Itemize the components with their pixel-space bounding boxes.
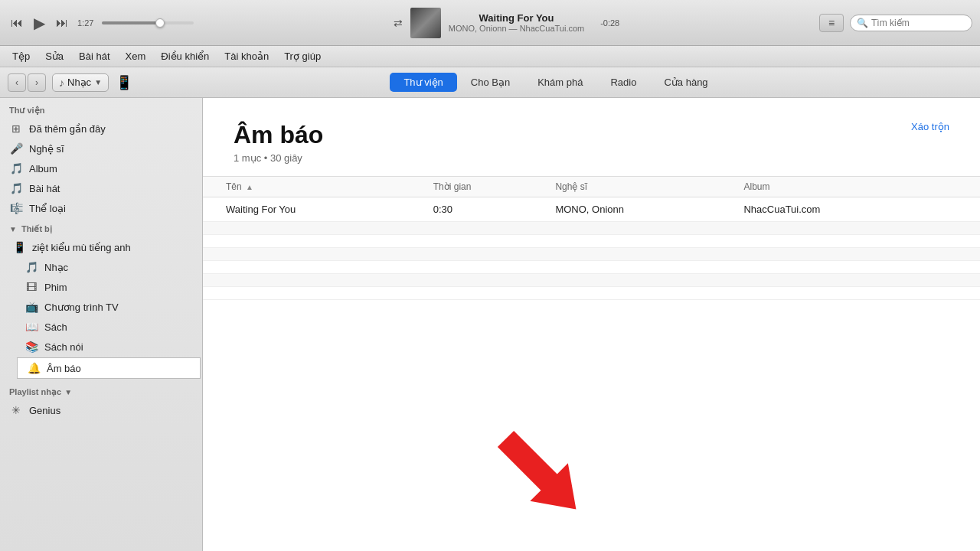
grid-icon: ⊞ [9,122,23,135]
list-view-button[interactable]: ≡ [819,14,844,32]
tab-radio[interactable]: Radio [596,73,650,92]
tab-khamPha[interactable]: Khám phá [524,73,596,92]
note-icon: 🎵 [9,182,23,194]
sort-icon: ▲ [246,183,253,191]
chevron-down-icon: ▼ [94,78,102,86]
sidebar-item-device-tones[interactable]: 🔔 Âm báo [17,357,201,379]
playlist-expand-icon: ▼ [64,388,72,396]
genre-icon: 🎼 [9,202,23,214]
sidebar-item-genius[interactable]: ✳ Genius [0,400,202,420]
device-button[interactable]: 📱 [115,73,133,92]
menu-baihat[interactable]: Bài hát [73,49,116,64]
sidebar: Thư viện ⊞ Đã thêm gần đây 🎤 Nghệ sĩ 🎵 A… [0,98,203,551]
mic-icon: 🎤 [9,142,23,155]
table-row[interactable]: Waiting For You 0:30 MONO, Onionn NhacCu… [203,197,980,222]
search-box[interactable]: 🔍 [850,15,972,31]
sidebar-item-songs[interactable]: 🎵 Bài hát [0,178,202,198]
track-extra [940,197,980,222]
progress-track[interactable] [102,21,194,24]
sidebar-item-label: Thể loại [29,203,66,214]
playlist-info: Âm báo 1 mục • 30 giây [234,121,323,164]
col-header-album: Album [734,177,940,197]
sidebar-item-device-audiobooks[interactable]: 📚 Sách nói [15,337,202,357]
table-header-row: Tên ▲ Thời gian Nghệ sĩ Album [203,177,980,197]
film-icon: 🎞 [24,281,38,293]
device-expand-icon: ▼ [9,225,17,233]
table-row-empty [203,261,980,274]
playlist-section-header[interactable]: Playlist nhạc ▼ [0,380,202,400]
tab-choBan[interactable]: Cho Bạn [457,73,524,92]
content-header: Âm báo 1 mục • 30 giây Xáo trộn [203,98,980,176]
music-selector-label: Nhạc [67,77,91,88]
nav-arrows: ‹ › [8,73,46,92]
sidebar-item-label: Sách nói [44,341,83,353]
transport-controls: ⏮ ▶ ⏭ [8,11,71,35]
menu-dieukhien[interactable]: Điều khiển [155,49,215,64]
device-section-header: ▼ Thiết bị [0,218,202,237]
menu-tep[interactable]: Tệp [6,49,36,64]
main-layout: Thư viện ⊞ Đã thêm gần đây 🎤 Nghệ sĩ 🎵 A… [0,98,980,551]
tab-thuVien[interactable]: Thư viện [390,73,456,92]
menu-sua[interactable]: Sửa [39,49,70,64]
col-header-name: Tên ▲ [203,177,424,197]
arrow-annotation [486,416,601,538]
sidebar-item-device-books[interactable]: 📖 Sách [15,317,202,337]
track-duration: 0:30 [424,197,547,222]
sidebar-item-label: Bài hát [29,183,60,194]
sidebar-item-label: Album [29,163,57,174]
device-section-label: Thiết bị [21,224,52,234]
device-name-label: ziệt kiểu mù tiếng anh [32,242,131,253]
rewind-button[interactable]: ⏮ [8,13,26,33]
album-icon: 🎵 [9,162,23,174]
menu-xem[interactable]: Xem [119,49,152,64]
playlist-meta: 1 mục • 30 giây [234,152,323,164]
col-header-artist: Nghệ sĩ [546,177,734,197]
sidebar-device-root[interactable]: 📱 ziệt kiểu mù tiếng anh [0,237,202,257]
track-artist: MONO, Onionn [546,197,734,222]
sidebar-item-label: Phim [44,282,67,293]
sidebar-item-recently-added[interactable]: ⊞ Đã thêm gần đây [0,119,202,139]
menu-taikhoan[interactable]: Tài khoản [218,49,275,64]
tab-cuaHang[interactable]: Cửa hàng [650,73,721,92]
table-row-empty [203,235,980,248]
menu-bar: Tệp Sửa Bài hát Xem Điều khiển Tài khoản… [0,46,980,67]
sidebar-item-albums[interactable]: 🎵 Album [0,158,202,178]
col-header-duration: Thời gian [424,177,547,197]
sidebar-item-genres[interactable]: 🎼 Thể loại [0,198,202,218]
nav-back-button[interactable]: ‹ [8,73,26,92]
book-icon: 📖 [24,321,38,333]
sidebar-item-label: Sách [44,321,67,333]
music-note-icon: ♪ [59,77,64,89]
progress-thumb[interactable] [155,18,165,28]
fast-forward-button[interactable]: ⏭ [53,13,71,33]
sidebar-item-artists[interactable]: 🎤 Nghệ sĩ [0,139,202,158]
col-header-extra [940,177,980,197]
music-selector[interactable]: ♪ Nhạc ▼ [52,73,109,92]
nav-forward-button[interactable]: › [28,73,46,92]
sidebar-item-device-movies[interactable]: 🎞 Phim [15,277,202,297]
sidebar-item-label: Nhạc [44,262,68,273]
sidebar-item-device-tv[interactable]: 📺 Chương trình TV [15,297,202,317]
nav-tabs: Thư viện Cho Bạn Khám phá Radio Cửa hàng [139,73,972,92]
track-table: Tên ▲ Thời gian Nghệ sĩ Album Waiting Fo… [203,176,980,300]
phone-icon: 📱 [12,241,26,253]
table-row-empty [203,287,980,300]
search-input[interactable] [871,18,963,28]
table-row-empty [203,222,980,235]
playlist-header-label: Playlist nhạc [9,387,61,397]
search-icon: 🔍 [857,18,868,28]
shuffle-button[interactable]: ⇄ [394,17,403,29]
title-bar: ⏮ ▶ ⏭ 1:27 ⇄ Waiting For You MONO, Onion… [0,0,980,46]
shuffle-link[interactable]: Xáo trộn [911,121,949,132]
table-row-empty [203,274,980,287]
now-playing: ⇄ Waiting For You MONO, Onionn — NhacCua… [200,8,813,38]
track-name: Waiting For You [203,197,424,222]
right-controls: ≡ 🔍 [819,14,972,32]
bell-icon: 🔔 [27,362,41,374]
play-button[interactable]: ▶ [31,11,48,35]
sidebar-item-device-music[interactable]: 🎵 Nhạc [15,257,202,277]
content-area: Âm báo 1 mục • 30 giây Xáo trộn Tên ▲ Th… [203,98,980,551]
menu-trogup[interactable]: Trợ giúp [278,49,327,64]
table-row-empty [203,248,980,261]
track-title: Waiting For You [449,12,584,24]
